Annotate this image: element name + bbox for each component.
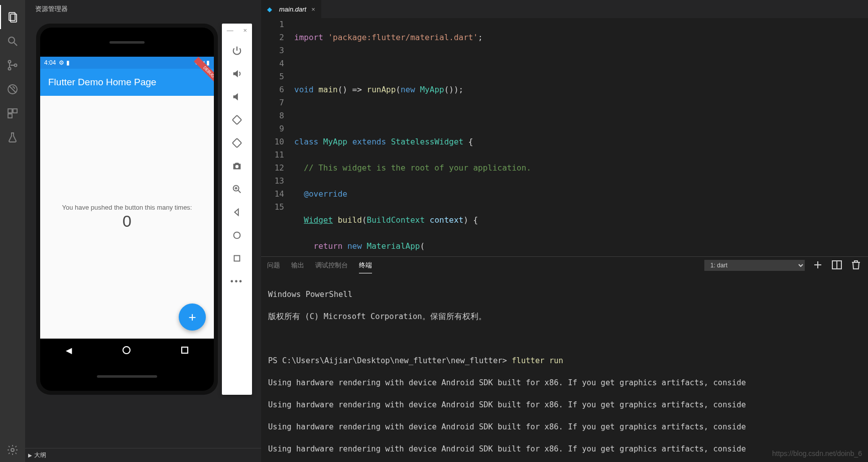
outline-header[interactable]: ▶ 大纲	[25, 448, 261, 462]
source-control-icon[interactable]	[0, 53, 25, 77]
bottom-panel: 问题 输出 调试控制台 终端 1: dart Windows PowerShel…	[261, 256, 868, 462]
app-bar: Flutter Demo Home Page	[40, 69, 214, 96]
split-terminal-icon[interactable]	[831, 259, 843, 272]
phone-speaker-icon	[40, 28, 214, 57]
svg-rect-9	[13, 109, 17, 113]
tab-main-dart[interactable]: ◆ main.dart ×	[261, 0, 322, 18]
svg-point-2	[9, 37, 15, 43]
panel-tabs: 问题 输出 调试控制台 终端 1: dart	[261, 257, 868, 274]
volume-down-icon[interactable]	[231, 90, 242, 103]
phone-frame: DEBUG 4:04 ⚙ ▮ ▾ ◢ ▮ Flutte	[36, 24, 218, 395]
svg-line-16	[238, 191, 241, 193]
svg-point-19	[234, 232, 240, 239]
svg-rect-20	[234, 256, 240, 261]
zoom-icon[interactable]	[231, 183, 242, 196]
dart-file-icon: ◆	[267, 6, 274, 13]
svg-rect-12	[232, 115, 241, 124]
more-icon[interactable]: •••	[230, 275, 243, 288]
terminal-output[interactable]: Windows PowerShell 版权所有 (C) Microsoft Co…	[261, 274, 868, 462]
trash-icon[interactable]	[850, 259, 862, 272]
panel-tab-terminal[interactable]: 终端	[359, 258, 372, 273]
tab-filename: main.dart	[279, 6, 306, 13]
new-terminal-icon[interactable]	[812, 259, 824, 272]
home-icon[interactable]	[122, 346, 131, 354]
plus-icon: +	[188, 310, 196, 325]
editor-tabs: ◆ main.dart ×	[261, 0, 868, 18]
svg-point-14	[235, 165, 238, 168]
volume-up-icon[interactable]	[231, 67, 242, 80]
close-icon[interactable]: ×	[311, 6, 315, 13]
activity-bar	[0, 0, 25, 462]
svg-point-11	[11, 448, 14, 451]
android-nav-bar: ◀	[40, 339, 214, 362]
svg-point-6	[15, 64, 17, 67]
explorer-title: 资源管理器	[25, 0, 261, 18]
counter-value: 0	[122, 212, 132, 231]
panel-tab-problems[interactable]: 问题	[267, 258, 280, 273]
panel-tab-output[interactable]: 输出	[291, 258, 304, 273]
phone-bottom-speaker-icon	[40, 362, 214, 391]
recents-icon[interactable]	[181, 347, 188, 354]
emu-back-icon[interactable]	[231, 206, 242, 219]
power-icon[interactable]	[231, 44, 242, 57]
emulator-toolbar: — × •••	[222, 24, 252, 395]
gear-icon: ⚙	[59, 59, 64, 66]
emulator-close-button[interactable]: ×	[243, 27, 247, 34]
app-title: Flutter Demo Home Page	[48, 77, 156, 88]
svg-rect-13	[232, 138, 241, 147]
emulator-minimize-button[interactable]: —	[227, 27, 233, 34]
editor-group: ◆ main.dart × 123456789101112131415 impo…	[261, 0, 868, 462]
rotate-right-icon[interactable]	[231, 136, 242, 149]
svg-point-4	[9, 61, 11, 63]
status-time: 4:04	[44, 59, 56, 66]
line-gutter: 123456789101112131415	[261, 18, 294, 256]
code-editor[interactable]: 123456789101112131415 import 'package:fl…	[261, 18, 868, 256]
flask-icon[interactable]	[0, 125, 25, 149]
counter-message: You have pushed the button this many tim…	[62, 204, 192, 211]
svg-point-5	[9, 68, 11, 70]
emu-home-icon[interactable]	[231, 229, 242, 242]
code-content[interactable]: import 'package:flutter/material.dart'; …	[294, 18, 868, 256]
outline-title: 大纲	[34, 451, 46, 459]
extensions-icon[interactable]	[0, 101, 25, 125]
panel-tab-debug-console[interactable]: 调试控制台	[315, 258, 348, 273]
chevron-right-icon: ▶	[28, 452, 32, 458]
app-body: You have pushed the button this many tim…	[40, 96, 214, 339]
back-icon[interactable]: ◀	[66, 346, 72, 355]
search-icon[interactable]	[0, 29, 25, 53]
svg-line-3	[14, 43, 17, 46]
camera-icon[interactable]	[231, 160, 242, 173]
android-status-bar: 4:04 ⚙ ▮ ▾ ◢ ▮	[40, 57, 214, 69]
watermark: https://blog.csdn.net/doinb_6	[772, 448, 862, 459]
explorer-panel: 资源管理器 DEBUG 4:04 ⚙ ▮ ▾ ◢	[25, 0, 261, 462]
battery-icon: ▮	[66, 59, 70, 66]
emu-overview-icon[interactable]	[231, 252, 242, 265]
phone-screen: DEBUG 4:04 ⚙ ▮ ▾ ◢ ▮ Flutte	[40, 57, 214, 362]
svg-rect-8	[8, 109, 12, 113]
emulator-window: DEBUG 4:04 ⚙ ▮ ▾ ◢ ▮ Flutte	[36, 24, 252, 395]
debug-icon[interactable]	[0, 77, 25, 101]
explorer-icon[interactable]	[0, 5, 25, 29]
svg-rect-10	[8, 114, 12, 118]
fab-button[interactable]: +	[179, 303, 206, 331]
rotate-left-icon[interactable]	[231, 113, 242, 126]
settings-gear-icon[interactable]	[0, 438, 25, 462]
terminal-selector[interactable]: 1: dart	[704, 260, 805, 271]
